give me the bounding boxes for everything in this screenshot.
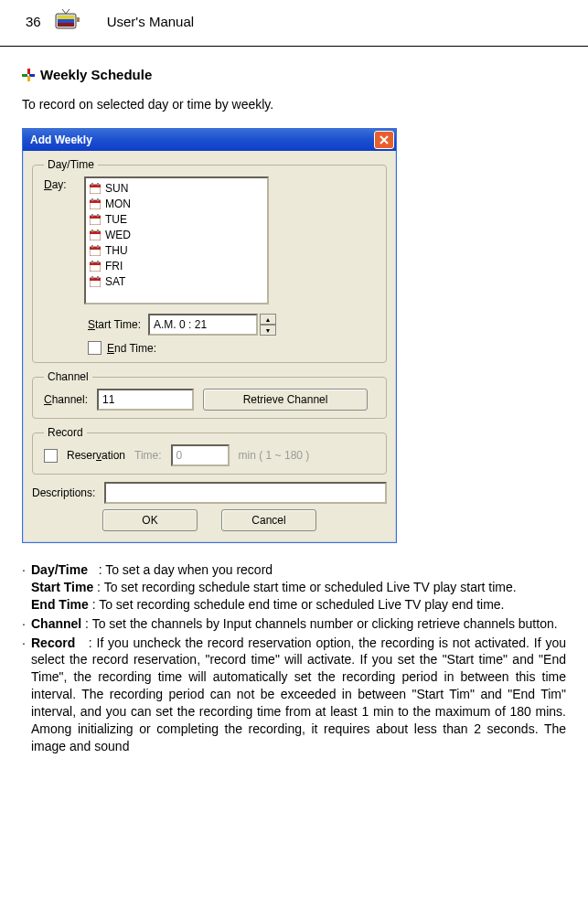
list-item[interactable]: MON bbox=[86, 196, 267, 211]
svg-rect-35 bbox=[91, 276, 93, 279]
end-time-label: End Time: bbox=[107, 342, 156, 355]
svg-rect-23 bbox=[91, 230, 93, 232]
list-item[interactable]: TUE bbox=[86, 211, 267, 227]
start-time-spinner[interactable]: A.M. 0 : 21 ▲ ▼ bbox=[148, 314, 276, 336]
start-time-label: Start Time: bbox=[88, 318, 141, 331]
manual-title: User's Manual bbox=[107, 14, 194, 29]
svg-rect-22 bbox=[90, 231, 101, 234]
bullet-icon: · bbox=[22, 561, 31, 614]
end-time-checkbox[interactable] bbox=[88, 341, 102, 355]
bullet-icon: · bbox=[22, 635, 31, 755]
svg-rect-18 bbox=[90, 216, 101, 219]
svg-rect-27 bbox=[91, 245, 93, 248]
svg-rect-2 bbox=[58, 16, 74, 19]
list-item[interactable]: THU bbox=[86, 242, 267, 258]
start-time-input[interactable]: A.M. 0 : 21 bbox=[148, 314, 258, 336]
page-number: 36 bbox=[26, 14, 41, 29]
descriptions-input[interactable] bbox=[104, 482, 387, 504]
daytime-group: Day/Time Day: SUN MON bbox=[32, 158, 387, 363]
tv-logo-icon bbox=[54, 9, 81, 33]
definition-item: · Record : If you uncheck the record res… bbox=[22, 635, 566, 755]
plus-icon bbox=[22, 69, 35, 81]
calendar-icon bbox=[90, 214, 101, 225]
calendar-icon bbox=[90, 245, 101, 256]
day-listbox[interactable]: SUN MON TUE WED bbox=[84, 176, 269, 304]
svg-rect-14 bbox=[90, 200, 101, 203]
svg-rect-20 bbox=[97, 214, 99, 217]
ok-button[interactable]: OK bbox=[102, 509, 198, 531]
svg-rect-8 bbox=[22, 74, 27, 77]
record-legend: Record bbox=[44, 426, 87, 439]
svg-rect-36 bbox=[97, 276, 99, 279]
list-item[interactable]: SUN bbox=[86, 180, 267, 196]
list-item-label: THU bbox=[105, 244, 128, 257]
descriptions-label: Descriptions: bbox=[32, 486, 95, 499]
dialog-titlebar[interactable]: Add Weekly bbox=[23, 129, 396, 151]
svg-rect-26 bbox=[90, 247, 101, 250]
channel-label: Channel: bbox=[44, 393, 88, 406]
section-intro: To record on selected day or time by wee… bbox=[22, 97, 566, 112]
definitions-list: · Day/Time : To set a day when you recor… bbox=[22, 561, 566, 755]
record-time-label: Time: bbox=[134, 449, 162, 462]
retrieve-channel-button[interactable]: Retrieve Channel bbox=[203, 389, 368, 411]
svg-rect-16 bbox=[97, 198, 99, 201]
calendar-icon bbox=[90, 261, 101, 272]
svg-rect-4 bbox=[77, 17, 80, 22]
list-item-label: SAT bbox=[105, 275, 125, 288]
calendar-icon bbox=[90, 276, 101, 287]
svg-rect-31 bbox=[91, 261, 93, 263]
definition-item: · Channel : To set the channels by Input… bbox=[22, 615, 566, 633]
list-item-label: WED bbox=[105, 229, 131, 241]
add-weekly-dialog: Add Weekly Day/Time Day: SUN bbox=[22, 128, 397, 543]
svg-rect-11 bbox=[91, 183, 93, 186]
list-item-label: MON bbox=[105, 198, 131, 210]
svg-rect-5 bbox=[27, 69, 30, 74]
reservation-checkbox[interactable] bbox=[44, 449, 58, 463]
calendar-icon bbox=[90, 230, 101, 240]
svg-rect-30 bbox=[90, 262, 101, 265]
spinner-up-icon[interactable]: ▲ bbox=[260, 314, 276, 325]
svg-rect-12 bbox=[97, 183, 99, 186]
svg-rect-10 bbox=[90, 185, 101, 187]
list-item-label: FRI bbox=[105, 260, 123, 272]
list-item[interactable]: FRI bbox=[86, 258, 267, 273]
svg-rect-32 bbox=[97, 261, 99, 263]
min-hint: min ( 1 ~ 180 ) bbox=[239, 449, 310, 462]
reservation-label: Reservation bbox=[67, 449, 125, 462]
svg-rect-28 bbox=[97, 245, 99, 248]
section-title: Weekly Schedule bbox=[40, 67, 152, 82]
svg-rect-24 bbox=[97, 230, 99, 232]
record-time-input[interactable]: 0 bbox=[171, 444, 230, 466]
section-title-row: Weekly Schedule bbox=[22, 67, 566, 82]
spinner-down-icon[interactable]: ▼ bbox=[260, 325, 276, 336]
list-item[interactable]: WED bbox=[86, 227, 267, 242]
svg-rect-7 bbox=[27, 76, 30, 81]
page-header: 36 User's Manual bbox=[0, 0, 588, 47]
dialog-title: Add Weekly bbox=[30, 133, 92, 146]
list-item-label: TUE bbox=[105, 213, 127, 226]
calendar-icon bbox=[90, 183, 101, 194]
channel-input[interactable]: 11 bbox=[97, 389, 194, 411]
definition-item: · Day/Time : To set a day when you recor… bbox=[22, 561, 566, 614]
bullet-icon: · bbox=[22, 615, 31, 633]
svg-rect-34 bbox=[90, 278, 101, 281]
list-item[interactable]: SAT bbox=[86, 273, 267, 289]
calendar-icon bbox=[90, 198, 101, 209]
channel-legend: Channel bbox=[44, 370, 92, 383]
close-icon[interactable] bbox=[374, 131, 394, 149]
cancel-button[interactable]: Cancel bbox=[221, 509, 316, 531]
list-item-label: SUN bbox=[105, 182, 128, 195]
day-label: Day: bbox=[44, 176, 73, 191]
daytime-legend: Day/Time bbox=[44, 158, 98, 171]
svg-rect-15 bbox=[91, 198, 93, 201]
record-group: Record Reservation Time: 0 min ( 1 ~ 180… bbox=[32, 426, 387, 475]
svg-rect-19 bbox=[91, 214, 93, 217]
channel-group: Channel Channel: 11 Retrieve Channel bbox=[32, 370, 387, 419]
svg-rect-3 bbox=[58, 19, 74, 23]
